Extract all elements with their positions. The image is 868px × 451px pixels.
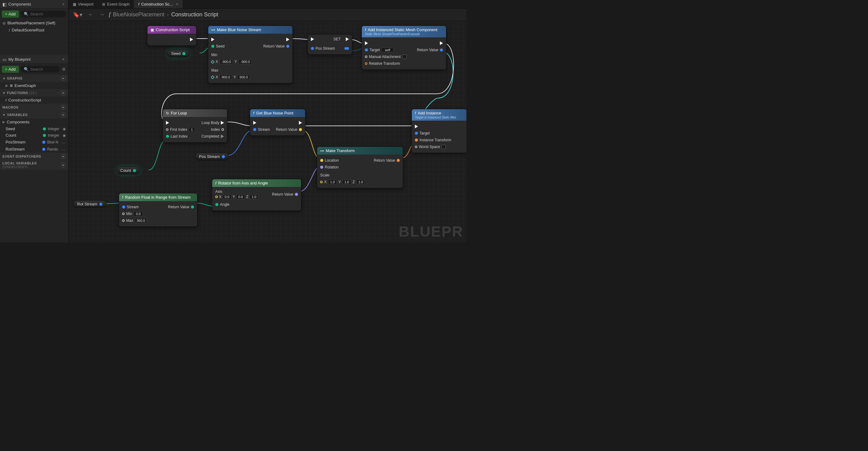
node-make-blue-noise-stream[interactable]: ⊶Make Blue Noise Stream Seed Return Valu… xyxy=(208,26,293,83)
variable-seed-node[interactable]: Seed xyxy=(167,50,189,57)
exec-in-pin[interactable] xyxy=(166,121,169,125)
variables-section[interactable]: ▼ VARIABLES + xyxy=(0,111,68,118)
axis-z-input[interactable]: 1.0 xyxy=(250,194,258,199)
struct-pin[interactable] xyxy=(211,75,215,79)
close-icon[interactable]: × xyxy=(61,2,66,6)
components-search[interactable]: 🔍Search xyxy=(21,11,66,17)
return-pin[interactable] xyxy=(191,206,194,209)
return-pin[interactable] xyxy=(440,49,443,52)
scale-y-input[interactable]: 1.0 xyxy=(342,180,351,184)
var-seed[interactable]: SeedInteger◉ xyxy=(0,125,68,132)
node-rotator-from-axis[interactable]: fRotator from Axis and Angle Axis X0.0 Y… xyxy=(212,179,301,211)
eye-icon[interactable]: ◉ xyxy=(63,133,66,138)
last-index-pin[interactable] xyxy=(166,135,169,138)
macros-section[interactable]: MACROS + xyxy=(0,104,68,111)
node-get-blue-noise-point[interactable]: fGet Blue Noise Point Stream Return Valu… xyxy=(250,109,305,136)
node-random-float[interactable]: fRandom Float in Range from Stream Strea… xyxy=(119,193,197,227)
back-button[interactable]: ← xyxy=(87,11,95,18)
rotation-pin[interactable] xyxy=(320,166,323,169)
scale-x-input[interactable]: 1.0 xyxy=(328,180,337,184)
forward-button[interactable]: → xyxy=(98,11,106,18)
variable-rot-stream-node[interactable]: Rot Stream xyxy=(73,200,106,208)
exec-in-pin[interactable] xyxy=(415,125,418,128)
exec-out-pin[interactable] xyxy=(299,121,302,125)
relative-transform-pin[interactable] xyxy=(365,62,367,65)
bookmark-button[interactable]: 🔖▾ xyxy=(71,11,84,18)
exec-in-pin[interactable] xyxy=(253,121,256,125)
variable-pos-stream-node[interactable]: Pos Stream xyxy=(195,153,229,160)
target-self-input[interactable]: self xyxy=(381,48,394,53)
pos-stream-pin-in[interactable] xyxy=(311,47,314,50)
add-component-button[interactable]: +Add xyxy=(2,10,19,18)
graph-canvas[interactable]: ▣Construction Script Seed ⊶Make Blue Noi… xyxy=(68,21,466,242)
location-pin[interactable] xyxy=(320,159,323,162)
max-x-input[interactable]: 900.0 xyxy=(220,74,232,80)
data-pin-out[interactable] xyxy=(99,203,102,206)
variable-count-node[interactable]: Count xyxy=(116,167,140,174)
construction-script-item[interactable]: f ConstructionScript xyxy=(0,96,68,104)
min-input[interactable]: 0.0 xyxy=(133,211,143,216)
data-pin-out[interactable] xyxy=(222,155,225,158)
min-x-input[interactable]: -900.0 xyxy=(220,59,233,64)
exec-out-pin[interactable] xyxy=(190,38,193,41)
node-construction-script[interactable]: ▣Construction Script xyxy=(147,26,196,46)
data-pin-out[interactable] xyxy=(182,52,185,55)
max-pin[interactable] xyxy=(122,219,125,222)
gear-icon[interactable]: ⚙ xyxy=(61,66,66,72)
blueprint-search[interactable]: 🔍Search xyxy=(21,66,60,72)
add-variable-button[interactable]: + xyxy=(61,112,66,117)
completed-pin[interactable] xyxy=(221,134,224,138)
event-dispatchers-section[interactable]: EVENT DISPATCHERS + xyxy=(0,153,68,160)
close-icon[interactable]: × xyxy=(176,2,178,6)
world-space-pin[interactable] xyxy=(415,146,417,148)
node-set[interactable]: SET Pos Stream xyxy=(308,34,352,55)
exec-in-pin[interactable] xyxy=(365,41,368,45)
var-count[interactable]: CountInteger◉ xyxy=(0,132,68,139)
first-index-pin[interactable] xyxy=(166,128,168,131)
close-icon[interactable]: × xyxy=(61,57,66,62)
angle-pin[interactable] xyxy=(215,203,218,206)
add-dispatcher-button[interactable]: + xyxy=(61,154,66,159)
return-pin[interactable] xyxy=(286,45,289,48)
max-input[interactable]: 360.0 xyxy=(135,218,147,223)
local-variables-section[interactable]: LOCAL VARIABLES (USERCONSTI + xyxy=(0,160,68,170)
node-add-instance[interactable]: fAdd Instance Target is Instanced Static… xyxy=(411,109,466,153)
add-macro-button[interactable]: + xyxy=(61,105,66,110)
max-y-input[interactable]: 900.0 xyxy=(238,74,250,80)
target-pin[interactable] xyxy=(415,132,418,135)
components-category[interactable]: ▶ Components xyxy=(0,118,68,125)
add-blueprint-button[interactable]: +Add xyxy=(2,66,19,73)
return-pin[interactable] xyxy=(397,159,400,162)
breadcrumb-blueprint[interactable]: BlueNoisePlacement xyxy=(113,11,164,18)
component-root[interactable]: ◎ BlueNoisePlacement (Self) xyxy=(0,20,68,27)
var-pos-stream[interactable]: PosStreamBlue N﹏ xyxy=(0,139,68,146)
tab-viewport[interactable]: ▦Viewport xyxy=(68,0,98,8)
index-pin[interactable] xyxy=(221,128,224,131)
tab-construction-script[interactable]: fConstruction Sc...× xyxy=(134,0,183,8)
stream-pin[interactable] xyxy=(253,128,256,131)
eye-closed-icon[interactable]: ﹏ xyxy=(62,140,66,145)
data-pin-out[interactable] xyxy=(133,169,136,172)
return-pin[interactable] xyxy=(299,128,302,131)
component-child[interactable]: ⟟ DefaultSceneRoot xyxy=(0,27,68,34)
seed-pin[interactable] xyxy=(211,45,214,48)
return-pin[interactable] xyxy=(295,193,298,196)
target-pin[interactable] xyxy=(365,49,368,52)
pos-stream-pin-out[interactable] xyxy=(345,47,349,50)
exec-in-pin[interactable] xyxy=(311,37,314,41)
graphs-section[interactable]: ▼ GRAPHS + xyxy=(0,74,68,82)
axis-y-input[interactable]: 0.0 xyxy=(236,194,245,199)
exec-out-pin[interactable] xyxy=(286,38,289,41)
instance-transform-pin[interactable] xyxy=(415,139,418,142)
loop-body-pin[interactable] xyxy=(221,121,224,125)
exec-out-pin[interactable] xyxy=(346,37,349,41)
axis-x-input[interactable]: 0.0 xyxy=(223,194,231,199)
scale-z-input[interactable]: 1.0 xyxy=(356,180,365,184)
node-add-component[interactable]: fAdd Instanced Static Mesh Component Sta… xyxy=(362,26,446,70)
first-index-input[interactable]: 1 xyxy=(189,127,195,132)
stream-pin[interactable] xyxy=(122,206,125,209)
node-for-loop[interactable]: ↻For Loop Loop Body First Index1 Index L… xyxy=(162,109,227,143)
axis-pin[interactable] xyxy=(215,196,218,198)
eye-closed-icon[interactable]: ﹏ xyxy=(62,147,66,152)
min-y-input[interactable]: -900.0 xyxy=(239,59,252,64)
